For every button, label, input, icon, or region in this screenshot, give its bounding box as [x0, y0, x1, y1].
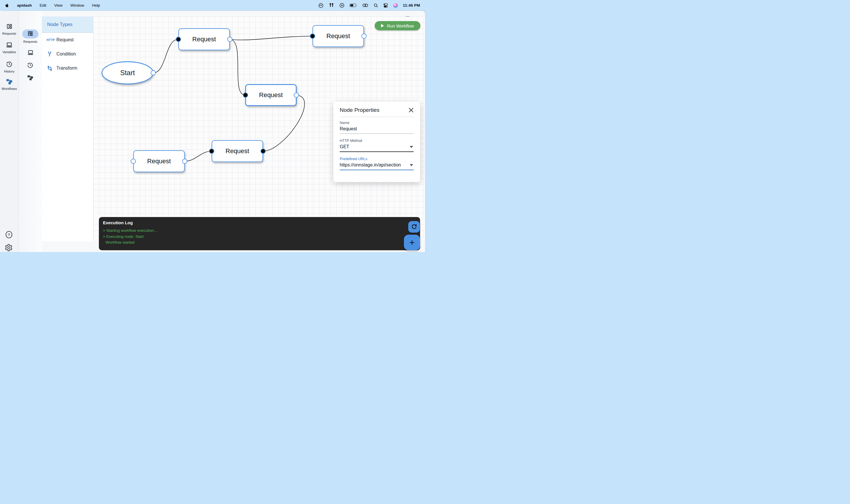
name-field[interactable]: Request — [340, 126, 357, 131]
workflow-node-start[interactable]: Start — [102, 61, 154, 84]
predefined-urls-label: Predefined URLs — [340, 157, 414, 161]
edge-request1_to_request2[interactable] — [230, 36, 313, 40]
predefined-urls-select[interactable]: https://onnstage.in/api/section — [340, 161, 414, 170]
workflow-node-request-2[interactable]: Request — [313, 25, 364, 47]
rail-item-requests-active[interactable] — [22, 30, 38, 38]
node-label: Request — [226, 147, 249, 155]
edge-request1_to_request3[interactable] — [230, 39, 245, 95]
sidebar-item-label: Requests — [0, 32, 18, 35]
menubar-clock[interactable]: 11:46 PM — [403, 3, 420, 7]
refresh-button[interactable] — [408, 221, 420, 233]
gear-icon[interactable] — [5, 244, 13, 252]
port-right-request-2[interactable] — [361, 34, 367, 39]
dashboard-icon — [6, 23, 13, 31]
primary-sidebar: Requests Variables History Workflows ? — [0, 11, 19, 252]
help-icon[interactable]: ? — [5, 231, 13, 238]
menu-help[interactable]: Help — [92, 3, 100, 7]
siri-icon[interactable] — [393, 3, 398, 8]
node-label: Request — [326, 32, 350, 40]
port-right-request-4[interactable] — [182, 159, 187, 164]
edge-request4_to_request5[interactable] — [185, 151, 212, 161]
collection-rail: Requests — [19, 11, 42, 252]
workflow-tree-icon — [6, 78, 13, 86]
name-field-label: Name — [340, 121, 414, 125]
http-badge-icon: HTTP — [47, 38, 55, 42]
workflow-node-request-4[interactable]: Request — [133, 150, 185, 172]
play-circle-icon[interactable] — [339, 3, 344, 8]
sidebar-item-requests[interactable]: Requests — [0, 23, 18, 35]
apple-icon[interactable] — [5, 3, 9, 8]
airpods-icon[interactable] — [329, 3, 334, 8]
creative-cloud-icon[interactable] — [318, 3, 323, 8]
http-method-select[interactable]: GET — [340, 143, 414, 152]
chevron-down-icon — [410, 146, 413, 148]
search-icon[interactable] — [374, 3, 378, 8]
port-right-request-5[interactable] — [261, 148, 266, 154]
history-clock-icon[interactable] — [27, 62, 33, 69]
sidebar-item-label: Workflows — [0, 87, 18, 90]
node-type-request[interactable]: HTTP Request — [42, 33, 93, 47]
port-left-request-2[interactable] — [310, 34, 315, 39]
laptop-icon[interactable] — [27, 50, 34, 57]
execution-log-panel: Execution Log > Starting workflow execut… — [99, 217, 420, 250]
play-icon — [381, 24, 384, 28]
port-left-request-4[interactable] — [131, 159, 136, 164]
rail-item-label: Requests — [19, 40, 42, 43]
menubar-app-name[interactable]: apidash — [17, 3, 32, 7]
svg-text:?: ? — [8, 233, 10, 237]
port-right-start[interactable] — [150, 70, 156, 75]
menu-edit[interactable]: Edit — [40, 3, 46, 7]
branch-icon — [47, 51, 56, 57]
log-line: > Executing node: Start — [103, 234, 416, 240]
menu-view[interactable]: View — [54, 3, 63, 7]
log-line: Workflow started — [103, 239, 416, 246]
menu-window[interactable]: Window — [70, 3, 84, 7]
node-type-condition[interactable]: Condition — [42, 47, 93, 61]
port-left-request-3[interactable] — [243, 92, 248, 98]
hotspot-icon[interactable] — [362, 3, 368, 7]
sidebar-item-variables[interactable]: Variables — [0, 42, 18, 54]
execution-log-title: Execution Log — [103, 220, 416, 225]
port-right-request-3[interactable] — [294, 92, 299, 98]
port-right-request-1[interactable] — [227, 37, 232, 42]
node-label: Start — [120, 69, 135, 77]
log-line: > Starting workflow execution... — [103, 228, 416, 234]
node-types-title: Node Types — [47, 22, 73, 27]
node-types-panel: Node Types HTTP Request Condition Transf… — [42, 17, 93, 241]
history-clock-icon — [6, 61, 13, 69]
node-label: Request — [259, 91, 283, 99]
crop-rotate-icon — [47, 65, 56, 71]
transform-crop-icon-item[interactable]: Transform — [42, 61, 93, 75]
list-table-icon — [27, 31, 34, 38]
sidebar-item-workflows[interactable]: Workflows — [0, 78, 18, 90]
menu-bar: apidash Edit View Window Help 11:46 PM — [0, 0, 425, 11]
battery-icon[interactable] — [350, 3, 357, 7]
workflow-node-request-1[interactable]: Request — [178, 28, 230, 50]
node-label: Request — [147, 158, 171, 165]
workflow-node-request-5[interactable]: Request — [212, 140, 263, 162]
http-method-label: HTTP Method — [340, 139, 414, 143]
run-workflow-button[interactable]: Run Workflow — [375, 21, 420, 30]
add-node-button[interactable]: + — [404, 235, 420, 250]
control-center-icon[interactable] — [383, 3, 388, 8]
refresh-icon — [411, 223, 417, 231]
node-types-header: Node Types — [42, 17, 93, 33]
workflow-node-request-3[interactable]: Request — [245, 84, 297, 106]
workflow-tree-icon[interactable] — [27, 75, 33, 82]
port-left-request-1[interactable] — [176, 37, 181, 42]
port-left-request-5[interactable] — [209, 148, 214, 154]
laptop-icon — [6, 42, 13, 49]
chevron-down-icon — [410, 164, 413, 166]
node-properties-panel: Node Properties Name Request HTTP Method… — [333, 102, 420, 182]
sidebar-item-label: Variables — [0, 50, 18, 54]
sidebar-item-label: History — [0, 70, 18, 73]
node-label: Request — [192, 36, 216, 43]
plus-icon: + — [409, 237, 415, 248]
edge-start_to_request1[interactable] — [154, 39, 178, 73]
node-properties-title: Node Properties — [340, 107, 379, 113]
sidebar-item-history[interactable]: History — [0, 61, 18, 73]
close-icon[interactable] — [408, 108, 414, 113]
